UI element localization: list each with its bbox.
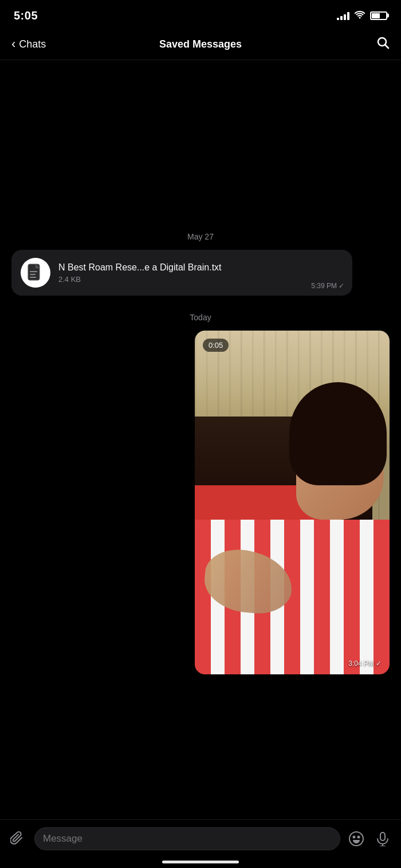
file-name: N Best Roam Rese...e a Digital Brain.txt: [58, 262, 343, 274]
file-message-bubble[interactable]: N Best Roam Rese...e a Digital Brain.txt…: [11, 250, 352, 296]
date-separator-may27: May 27: [0, 221, 401, 250]
svg-rect-3: [30, 271, 37, 272]
nav-bar: ‹ Chats Saved Messages: [0, 29, 401, 60]
back-button[interactable]: ‹ Chats: [11, 37, 46, 52]
status-time: 5:05: [14, 9, 38, 22]
wifi-icon: [354, 10, 365, 21]
file-info: N Best Roam Rese...e a Digital Brain.txt…: [58, 262, 343, 284]
signal-icon: [337, 11, 349, 20]
home-indicator: [162, 861, 239, 863]
status-bar: 5:05: [0, 0, 401, 29]
search-button[interactable]: [376, 36, 390, 53]
date-separator-today: Today: [0, 301, 401, 331]
video-message-time: 3:04 PM ✓: [348, 659, 382, 667]
svg-rect-5: [30, 277, 36, 278]
file-icon-circle: [21, 258, 50, 288]
file-message-time: 5:39 PM ✓: [311, 282, 344, 290]
video-checkmark-icon: ✓: [376, 659, 382, 667]
sticker-button[interactable]: [346, 828, 367, 849]
svg-point-8: [358, 836, 360, 838]
svg-point-6: [349, 832, 363, 846]
svg-point-7: [353, 836, 355, 838]
mic-button[interactable]: [372, 828, 393, 849]
battery-icon: [370, 11, 387, 20]
video-message[interactable]: 0:05 3:04 PM ✓: [195, 331, 390, 674]
message-input-wrapper[interactable]: [34, 827, 340, 850]
checkmark-icon: ✓: [339, 282, 344, 290]
chevron-left-icon: ‹: [11, 37, 15, 52]
status-icons: [337, 10, 387, 21]
svg-rect-9: [380, 832, 385, 840]
video-thumbnail: [195, 331, 390, 674]
file-size: 2.4 KB: [58, 275, 343, 284]
attach-button[interactable]: [8, 828, 29, 849]
back-label: Chats: [19, 38, 46, 50]
video-duration-badge: 0:05: [203, 339, 229, 352]
chat-area: May 27 N Best Roam Rese...e a Digital Br…: [0, 60, 401, 819]
svg-line-1: [386, 45, 389, 49]
message-input[interactable]: [43, 833, 332, 845]
svg-rect-4: [30, 274, 36, 275]
page-title: Saved Messages: [159, 38, 242, 50]
